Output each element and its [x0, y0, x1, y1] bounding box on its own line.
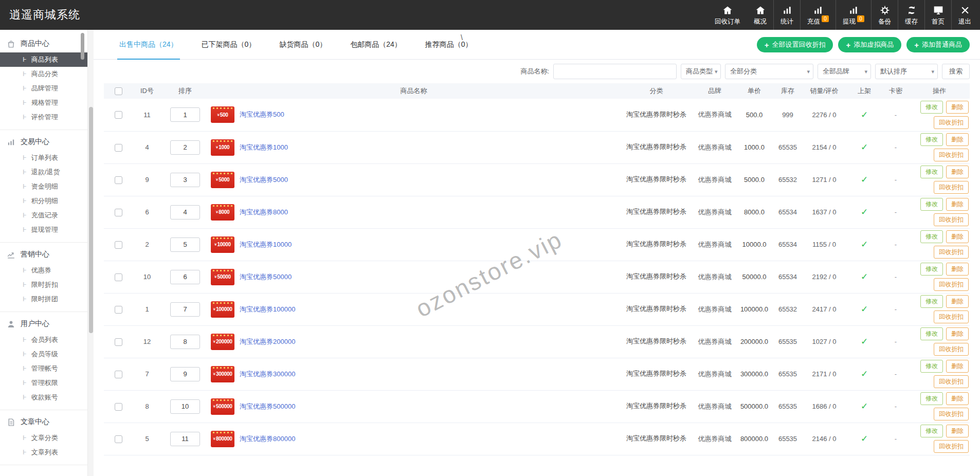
topbar-item-overview[interactable]: 概况: [747, 0, 773, 30]
delete-button[interactable]: 删除: [946, 263, 969, 276]
goods-name-input[interactable]: [553, 64, 677, 79]
sidebar-header-article-center[interactable]: 文章中心: [0, 413, 87, 431]
recycle-discount-button[interactable]: 回收折扣: [934, 343, 969, 356]
all-brands-select[interactable]: 全部品牌▾: [818, 64, 871, 79]
sort-input[interactable]: [170, 205, 200, 219]
edit-button[interactable]: 修改: [920, 425, 943, 437]
recycle-discount-button[interactable]: 回收折扣: [934, 375, 969, 388]
sort-input[interactable]: [170, 399, 200, 414]
row-checkbox[interactable]: [115, 241, 122, 249]
sidebar-item-withdraw-management[interactable]: Ͱ提现管理: [0, 223, 87, 237]
sort-input[interactable]: [170, 335, 200, 349]
delete-button[interactable]: 删除: [946, 198, 969, 211]
row-checkbox[interactable]: [115, 306, 122, 314]
sidebar-item-member-level[interactable]: Ͱ会员等级: [0, 347, 87, 361]
delete-button[interactable]: 删除: [946, 101, 969, 114]
delete-button[interactable]: 删除: [946, 295, 969, 308]
sidebar-item-payment-accounts[interactable]: Ͱ收款账号: [0, 390, 87, 405]
goods-name-link[interactable]: 淘宝优惠券8000: [240, 208, 288, 217]
topbar-item-logout[interactable]: 退出: [951, 0, 978, 30]
goods-name-link[interactable]: 淘宝优惠券300000: [240, 370, 295, 379]
sidebar-item-refund-return[interactable]: Ͱ退款/退货: [0, 165, 87, 179]
sidebar-item-goods-list[interactable]: Ͱ商品列表: [0, 52, 87, 67]
goods-name-link[interactable]: 淘宝优惠券10000: [240, 240, 292, 249]
default-sort-select[interactable]: 默认排序▾: [875, 64, 938, 79]
sidebar-header-user-center[interactable]: 用户中心: [0, 315, 87, 333]
sidebar-item-spec-management[interactable]: Ͱ规格管理: [0, 96, 87, 110]
edit-button[interactable]: 修改: [920, 230, 943, 243]
goods-name-link[interactable]: 淘宝优惠券1000: [240, 143, 288, 152]
goods-name-link[interactable]: 淘宝优惠券500000: [240, 402, 295, 411]
add-virtual-goods-button[interactable]: +添加虚拟商品: [838, 37, 901, 52]
tab-recommended[interactable]: 推荐商品（0）: [425, 30, 473, 59]
sort-input[interactable]: [170, 173, 200, 187]
sidebar-item-brand-management[interactable]: Ͱ品牌管理: [0, 81, 87, 96]
search-button[interactable]: 搜索: [942, 64, 970, 79]
sidebar-item-member-list[interactable]: Ͱ会员列表: [0, 333, 87, 347]
sidebar-item-fund-details[interactable]: Ͱ资金明细: [0, 179, 87, 194]
topbar-item-homepage[interactable]: 首页: [924, 0, 951, 30]
goods-name-link[interactable]: 淘宝优惠券500: [240, 110, 284, 119]
main-scrollbar-thumb[interactable]: [89, 107, 93, 333]
topbar-item-recharge[interactable]: 充值0: [800, 0, 836, 30]
row-checkbox[interactable]: [115, 435, 122, 443]
sidebar-item-points-details[interactable]: Ͱ积分明细: [0, 194, 87, 208]
tab-free-shipping[interactable]: 包邮商品（24）: [350, 30, 402, 59]
sidebar-header-marketing-center[interactable]: 营销中心: [0, 246, 87, 263]
goods-name-link[interactable]: 淘宝优惠券200000: [240, 337, 295, 346]
edit-button[interactable]: 修改: [920, 327, 943, 340]
row-checkbox[interactable]: [115, 209, 122, 216]
sidebar-header-trade-center[interactable]: 交易中心: [0, 133, 87, 151]
delete-button[interactable]: 删除: [946, 425, 969, 437]
tab-on-sale[interactable]: 出售中商品（24）: [119, 30, 178, 59]
set-recycle-discount-button[interactable]: +全部设置回收折扣: [757, 37, 833, 52]
edit-button[interactable]: 修改: [920, 263, 943, 276]
recycle-discount-button[interactable]: 回收折扣: [934, 181, 969, 194]
all-categories-select[interactable]: 全部分类▾: [725, 64, 813, 79]
edit-button[interactable]: 修改: [920, 166, 943, 178]
goods-type-select[interactable]: 商品类型▾: [681, 64, 721, 79]
delete-button[interactable]: 删除: [946, 392, 969, 405]
recycle-discount-button[interactable]: 回收折扣: [934, 213, 969, 226]
goods-name-link[interactable]: 淘宝优惠券100000: [240, 305, 295, 314]
row-checkbox[interactable]: [115, 144, 122, 152]
edit-button[interactable]: 修改: [920, 295, 943, 308]
row-checkbox[interactable]: [115, 111, 122, 119]
row-checkbox[interactable]: [115, 176, 122, 184]
delete-button[interactable]: 删除: [946, 360, 969, 373]
sidebar-item-admin-permissions[interactable]: Ͱ管理权限: [0, 376, 87, 390]
recycle-discount-button[interactable]: 回收折扣: [934, 246, 969, 259]
sidebar-item-admin-accounts[interactable]: Ͱ管理帐号: [0, 361, 87, 376]
sort-input[interactable]: [170, 270, 200, 284]
add-normal-goods-button[interactable]: +添加普通商品: [906, 37, 970, 52]
goods-name-link[interactable]: 淘宝优惠券5000: [240, 175, 288, 185]
sort-input[interactable]: [170, 367, 200, 381]
goods-name-link[interactable]: 淘宝优惠券50000: [240, 272, 292, 282]
topbar-item-statistics[interactable]: 统计: [773, 0, 800, 30]
sort-input[interactable]: [170, 432, 200, 446]
delete-button[interactable]: 删除: [946, 166, 969, 178]
recycle-discount-button[interactable]: 回收折扣: [934, 149, 969, 161]
recycle-discount-button[interactable]: 回收折扣: [934, 310, 969, 323]
row-checkbox[interactable]: [115, 338, 122, 346]
sidebar-item-time-discount[interactable]: Ͱ限时折扣: [0, 278, 87, 292]
edit-button[interactable]: 修改: [920, 198, 943, 211]
sidebar-item-article-list[interactable]: Ͱ文章列表: [0, 445, 87, 460]
main-scrollbar[interactable]: [87, 30, 94, 476]
sidebar-scrollbar-thumb[interactable]: [81, 33, 84, 60]
sidebar-item-coupons[interactable]: Ͱ优惠券: [0, 263, 87, 278]
sort-input[interactable]: [170, 302, 200, 317]
recycle-discount-button[interactable]: 回收折扣: [934, 440, 969, 453]
sidebar-item-review-management[interactable]: Ͱ评价管理: [0, 110, 87, 124]
delete-button[interactable]: 删除: [946, 230, 969, 243]
delete-button[interactable]: 删除: [946, 327, 969, 340]
goods-name-link[interactable]: 淘宝优惠券800000: [240, 434, 295, 444]
row-checkbox[interactable]: [115, 273, 122, 281]
sidebar-item-order-list[interactable]: Ͱ订单列表: [0, 151, 87, 165]
delete-button[interactable]: 删除: [946, 133, 969, 146]
edit-button[interactable]: 修改: [920, 360, 943, 373]
select-all-checkbox[interactable]: [115, 87, 122, 95]
tab-off-shelf[interactable]: 已下架商品（0）: [202, 30, 256, 59]
topbar-item-recycle-orders[interactable]: 回收订单: [708, 0, 747, 30]
sidebar-item-goods-category[interactable]: Ͱ商品分类: [0, 67, 87, 81]
